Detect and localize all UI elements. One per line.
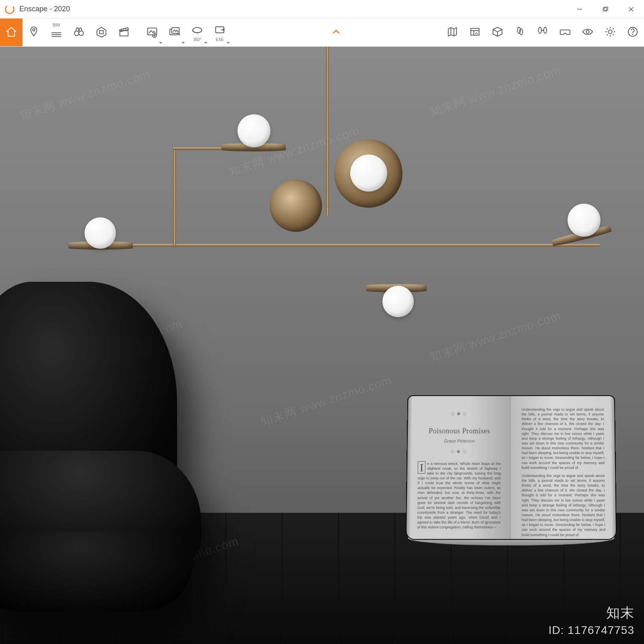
book-right-text: Understanding the urge to argue and spea…: [522, 407, 605, 470]
screenshot-icon: [146, 26, 158, 39]
map-icon: [446, 26, 458, 39]
svg-point-11: [79, 31, 83, 35]
visual-settings-button[interactable]: [576, 19, 599, 46]
bim-icon: [50, 28, 62, 42]
binoculars-icon: [73, 26, 85, 39]
render-viewport[interactable]: 知末网 www.znzmo.com 知末网 www.znzmo.com 知末网 …: [0, 47, 644, 644]
location-button[interactable]: [23, 19, 45, 46]
svg-point-26: [608, 30, 612, 33]
scene-sofa: [0, 282, 209, 612]
book-left-text: In a nervous wreck. Whole heart leaps at…: [417, 461, 501, 530]
book-title: Poisonous Promises: [418, 426, 501, 436]
svg-point-25: [586, 30, 589, 33]
chevron-down-icon: [227, 42, 230, 44]
book-author: Grace Peterson: [418, 438, 501, 444]
home-icon: [5, 25, 18, 40]
sync-icon: [537, 26, 549, 39]
cube-button[interactable]: [486, 19, 509, 46]
walk-button[interactable]: [509, 19, 531, 46]
close-button[interactable]: [618, 0, 644, 19]
vr-button[interactable]: [554, 19, 576, 46]
chevron-down-icon: [159, 42, 162, 44]
svg-rect-22: [471, 28, 479, 35]
pin-icon: [28, 26, 40, 39]
binoculars-button[interactable]: [68, 19, 90, 46]
eye-icon: [582, 26, 594, 39]
overlay-id-block: 知末 ID: 1176747753: [549, 604, 634, 637]
svg-point-6: [33, 29, 35, 31]
sync-button[interactable]: [531, 19, 554, 46]
app-logo-icon: [4, 4, 15, 15]
chevron-down-icon: [182, 42, 185, 44]
bim-button[interactable]: BIM: [45, 19, 68, 46]
toolbar: BIM 360°: [0, 19, 644, 47]
svg-point-28: [632, 34, 634, 35]
batch-render-button[interactable]: [163, 19, 186, 46]
assets-icon: [469, 26, 481, 39]
exe-label: EXE: [216, 38, 224, 42]
frame-icon: [95, 26, 107, 39]
title-bar: Enscape - 2020: [0, 0, 644, 19]
safe-frame-button[interactable]: [90, 19, 113, 46]
collapse-toolbar-button[interactable]: [332, 27, 341, 38]
chevron-down-icon: [204, 42, 207, 44]
minimize-button[interactable]: [567, 0, 592, 19]
overlay-brand: 知末: [606, 604, 634, 622]
svg-rect-2: [603, 8, 607, 11]
batch-icon: [169, 26, 181, 39]
help-button[interactable]: [621, 19, 644, 46]
clapper-button[interactable]: [113, 19, 135, 46]
panorama-icon: [191, 23, 203, 37]
svg-point-0: [4, 4, 15, 15]
vr-headset-icon: [559, 26, 571, 39]
scene-open-book: ◇◆◇ Poisonous Promises Grace Peterson ◇◆…: [406, 395, 617, 540]
help-icon: [627, 26, 639, 39]
scene-chandelier: [44, 47, 616, 324]
clapperboard-icon: [118, 26, 130, 39]
settings-button[interactable]: [599, 19, 621, 46]
exe-export-button[interactable]: EXE: [208, 19, 231, 46]
screenshot-button[interactable]: [141, 19, 163, 46]
svg-rect-12: [99, 31, 103, 34]
panorama-label: 360°: [193, 38, 202, 42]
svg-point-10: [74, 31, 79, 35]
window-title: Enscape - 2020: [19, 5, 70, 13]
book-right-text-2: Understanding the urge to argue and spea…: [522, 473, 605, 537]
gear-icon: [604, 26, 616, 39]
svg-rect-3: [604, 7, 608, 10]
maximize-button[interactable]: [592, 0, 618, 19]
cube-icon: [491, 26, 504, 39]
walk-icon: [514, 26, 526, 39]
asset-library-button[interactable]: [464, 19, 486, 46]
home-button[interactable]: [0, 19, 23, 46]
overlay-id: ID: 1176747753: [549, 624, 634, 637]
exe-icon: [214, 23, 226, 37]
svg-rect-17: [172, 27, 180, 33]
panorama-button[interactable]: 360°: [186, 19, 208, 46]
bim-label: BIM: [53, 23, 60, 27]
map-button[interactable]: [441, 19, 464, 46]
